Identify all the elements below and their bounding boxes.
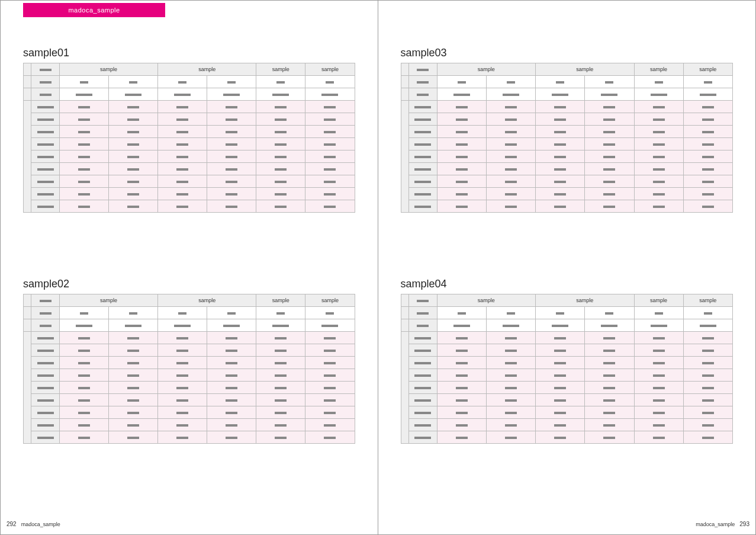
table-sample04: samplesamplesamplesample	[401, 294, 734, 444]
table-sample02: samplesamplesamplesample	[23, 294, 355, 444]
header-tab: madoca_sample	[23, 3, 165, 17]
table-sample03: samplesamplesamplesample	[401, 63, 734, 213]
page-spread: madoca_sample sample01 samplesamplesampl…	[0, 0, 756, 535]
section-sample04: sample04 samplesamplesamplesample	[401, 278, 734, 444]
page-number: 292	[7, 521, 17, 527]
page-left: madoca_sample sample01 samplesamplesampl…	[1, 1, 378, 534]
section-title: sample01	[23, 47, 355, 59]
page-right: sample03 samplesamplesamplesample sample…	[378, 1, 756, 534]
section-title: sample02	[23, 278, 355, 290]
footer-label: madoca_sample	[21, 521, 60, 527]
section-title: sample03	[401, 47, 734, 59]
footer-left: 292 madoca_sample	[7, 521, 60, 527]
section-title: sample04	[401, 278, 734, 290]
table-sample01: samplesamplesamplesample	[23, 63, 355, 213]
page-number: 293	[739, 521, 749, 527]
section-sample03: sample03 samplesamplesamplesample	[401, 47, 734, 213]
footer-right: madoca_sample 293	[696, 521, 749, 527]
section-sample02: sample02 samplesamplesamplesample	[23, 278, 355, 444]
section-sample01: sample01 samplesamplesamplesample	[23, 47, 355, 213]
footer-label: madoca_sample	[696, 521, 735, 527]
